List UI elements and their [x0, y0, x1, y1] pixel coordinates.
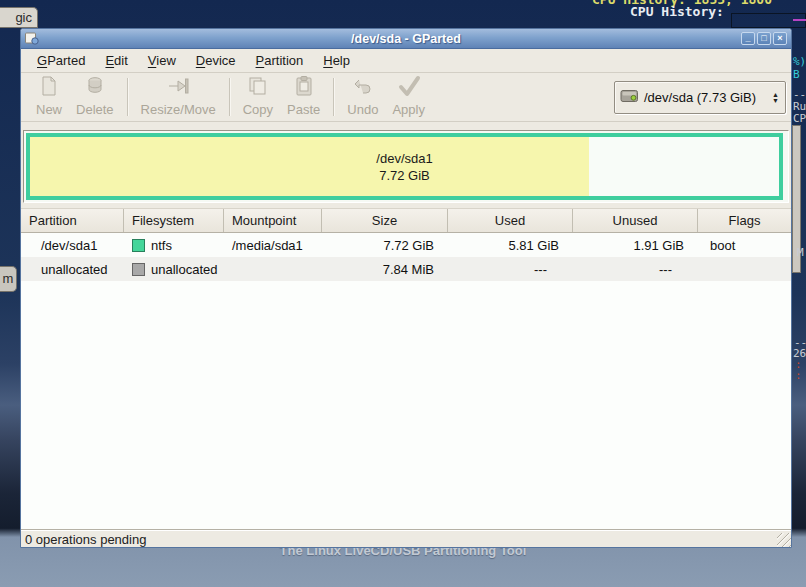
- new-partition-icon: [39, 75, 59, 101]
- toolbar-separator: [127, 78, 128, 116]
- header-flags: Flags: [698, 209, 791, 232]
- desktop-text-fragment: M: [797, 246, 804, 259]
- undo-button[interactable]: Undo: [340, 75, 385, 119]
- cpu-history-label: CPU History:: [630, 4, 724, 19]
- desktop-text-fragment: %): [793, 55, 806, 68]
- header-filesystem: Filesystem: [124, 209, 224, 232]
- partition-visual-sda1[interactable]: /dev/sda1 7.72 GiB: [26, 133, 783, 200]
- table-row-unallocated[interactable]: unallocated unallocated 7.84 MiB --- ---: [21, 257, 791, 281]
- status-bar: 0 operations pending: [21, 530, 791, 547]
- partition-visual-size: 7.72 GiB: [379, 167, 430, 184]
- resize-move-icon: [166, 75, 190, 101]
- cell-unused: ---: [573, 262, 698, 277]
- desktop-tab-m[interactable]: m: [0, 266, 17, 292]
- cell-used: 5.81 GiB: [448, 238, 573, 253]
- delete-button[interactable]: Delete: [69, 75, 121, 119]
- resize-move-button[interactable]: Resize/Move: [134, 75, 223, 119]
- cell-unused: 1.91 GiB: [573, 238, 698, 253]
- resize-grip[interactable]: [777, 533, 791, 547]
- cell-used: ---: [448, 262, 573, 277]
- window-title: /dev/sda - GParted: [21, 32, 791, 46]
- menu-help[interactable]: Help: [313, 50, 360, 71]
- header-used: Used: [448, 209, 573, 232]
- desktop-text-fragment: CP: [793, 112, 806, 125]
- close-button[interactable]: ×: [773, 32, 787, 45]
- cell-partition: unallocated: [21, 262, 124, 277]
- desktop-text-fragment: :: [795, 369, 802, 382]
- cell-filesystem: unallocated: [151, 262, 218, 277]
- minimize-button[interactable]: _: [741, 32, 755, 45]
- toolbar-separator: [333, 78, 334, 116]
- spinner-arrows-icon[interactable]: ▲▼: [772, 92, 779, 104]
- menu-bar: GParted Edit View Device Partition Help: [21, 49, 791, 73]
- device-selector-value: /dev/sda (7.73 GiB): [644, 90, 772, 105]
- cell-size: 7.84 MiB: [322, 262, 448, 277]
- ntfs-color-swatch: [132, 239, 145, 252]
- apply-icon: [397, 75, 421, 101]
- toolbar: New Delete Resize/Move Copy Paste Undo A…: [21, 73, 791, 122]
- partition-visual-label: /dev/sda1: [376, 150, 432, 167]
- desktop-tab-gic[interactable]: gic: [0, 7, 38, 28]
- unallocated-color-swatch: [132, 263, 145, 276]
- header-mountpoint: Mountpoint: [224, 209, 322, 232]
- cell-filesystem: ntfs: [151, 238, 172, 253]
- cell-size: 7.72 GiB: [322, 238, 448, 253]
- menu-partition[interactable]: Partition: [246, 50, 314, 71]
- header-unused: Unused: [573, 209, 698, 232]
- cell-mountpoint: /media/sda1: [224, 238, 322, 253]
- header-partition: Partition: [21, 209, 124, 232]
- header-size: Size: [322, 209, 448, 232]
- gparted-window: /dev/sda - GParted _ □ × GParted Edit Vi…: [20, 28, 792, 548]
- desktop-text-fragment: B: [793, 68, 800, 81]
- copy-button[interactable]: Copy: [236, 75, 280, 119]
- apply-button[interactable]: Apply: [385, 75, 432, 119]
- new-button[interactable]: New: [29, 75, 69, 119]
- window-titlebar[interactable]: /dev/sda - GParted _ □ ×: [21, 29, 791, 49]
- copy-icon: [247, 75, 269, 101]
- cell-partition: /dev/sda1: [21, 238, 124, 253]
- device-selector[interactable]: /dev/sda (7.73 GiB) ▲▼: [614, 81, 786, 114]
- menu-view[interactable]: View: [138, 50, 186, 71]
- graph-line-fragment: [793, 19, 806, 21]
- delete-partition-icon: [84, 75, 106, 101]
- toolbar-separator: [229, 78, 230, 116]
- table-row-sda1[interactable]: /dev/sda1 ntfs /media/sda1 7.72 GiB 5.81…: [21, 233, 791, 257]
- cell-flags: boot: [698, 238, 791, 253]
- hard-drive-icon: [620, 88, 639, 107]
- operations-pending-text: 0 operations pending: [25, 532, 146, 547]
- menu-device[interactable]: Device: [186, 50, 246, 71]
- disk-visual-area: /dev/sda1 7.72 GiB: [23, 130, 789, 203]
- menu-edit[interactable]: Edit: [95, 50, 137, 71]
- maximize-button[interactable]: □: [757, 32, 771, 45]
- undo-icon: [352, 75, 374, 101]
- menu-gparted[interactable]: GParted: [27, 50, 95, 71]
- gparted-app-icon: [25, 32, 39, 45]
- paste-icon: [294, 75, 314, 101]
- table-header-row: Partition Filesystem Mountpoint Size Use…: [21, 208, 791, 233]
- paste-button[interactable]: Paste: [280, 75, 327, 119]
